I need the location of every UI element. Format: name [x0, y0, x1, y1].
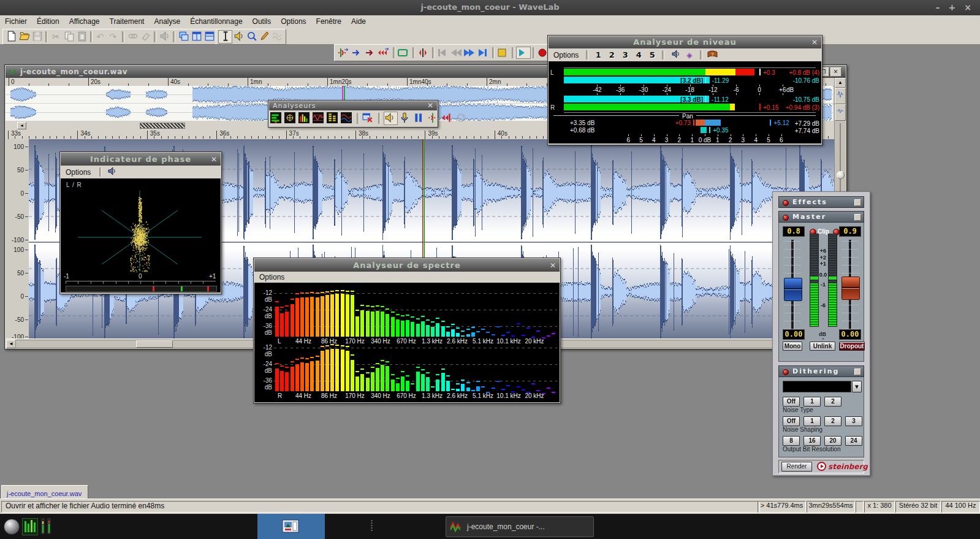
- menu-édition[interactable]: Édition: [32, 16, 64, 27]
- taskbar-mixer-icon[interactable]: [22, 518, 38, 535]
- dither-option-2[interactable]: 2: [824, 416, 841, 426]
- wave-compare-icon[interactable]: [341, 112, 354, 124]
- dither-option-16[interactable]: 16: [803, 436, 821, 446]
- microphone-icon[interactable]: [399, 112, 412, 124]
- menu-affichage[interactable]: Affichage: [64, 16, 105, 27]
- cut-icon[interactable]: ✂: [50, 31, 63, 43]
- cursor-tool-icon[interactable]: [218, 30, 232, 44]
- preset-button-1[interactable]: 1: [593, 50, 603, 59]
- undo-icon[interactable]: ↶: [94, 31, 107, 43]
- level-settings-icon[interactable]: ◈: [686, 51, 692, 59]
- preset-button-2[interactable]: 2: [607, 50, 617, 59]
- spectrum-close-icon[interactable]: ✕: [550, 261, 556, 270]
- vscroll-up-arrow[interactable]: ▲: [835, 78, 846, 88]
- close-windows-icon[interactable]: [362, 112, 375, 124]
- taskbar-task-button[interactable]: j-ecoute_mon_coeur -...: [446, 516, 594, 537]
- wave-tool-icon[interactable]: [271, 31, 284, 43]
- master-collapse-button[interactable]: [854, 214, 861, 221]
- copy-icon[interactable]: [63, 31, 75, 43]
- level-monitor-icon[interactable]: [672, 50, 682, 61]
- dithering-dropdown-arrow[interactable]: ▼: [852, 381, 862, 392]
- step-forward-icon[interactable]: [364, 47, 378, 58]
- play-button[interactable]: [516, 47, 531, 59]
- preset-button-4[interactable]: 4: [634, 50, 644, 59]
- master-panel-header[interactable]: Master: [778, 211, 864, 223]
- open-file-icon[interactable]: [18, 31, 31, 43]
- paste-icon[interactable]: [75, 31, 88, 43]
- step-back-icon[interactable]: [351, 47, 364, 58]
- dithering-collapse-button[interactable]: [854, 369, 861, 375]
- dither-option-3[interactable]: 3: [845, 416, 862, 426]
- render-button[interactable]: Render: [781, 462, 812, 472]
- preset-button-5[interactable]: 5: [647, 50, 657, 59]
- taskbar-active-app[interactable]: [257, 514, 325, 539]
- oscilloscope-icon[interactable]: [313, 112, 325, 124]
- play-marker-icon[interactable]: [427, 112, 440, 124]
- phase-monitor-icon[interactable]: [108, 167, 118, 178]
- master-fader-left[interactable]: [784, 278, 802, 301]
- hscroll-thumb[interactable]: [136, 340, 173, 348]
- dither-option-20[interactable]: 20: [824, 436, 841, 446]
- unlink-button[interactable]: Unlink: [810, 342, 835, 351]
- master-fader-right[interactable]: [841, 277, 860, 300]
- menu-échantillonnage[interactable]: Échantillonnage: [185, 16, 247, 27]
- menu-fichier[interactable]: Fichier: [0, 16, 32, 27]
- go-end-icon[interactable]: [477, 47, 490, 58]
- marker-seek-icon[interactable]: [378, 47, 391, 58]
- visible-range-indicator[interactable]: [140, 123, 185, 129]
- marker-play-icon[interactable]: [337, 47, 351, 58]
- dither-option-off[interactable]: Off: [783, 416, 800, 426]
- redo-icon[interactable]: ↷: [107, 31, 120, 43]
- dither-option-2[interactable]: 2: [824, 397, 841, 407]
- hscroll-left-arrow[interactable]: ◄: [6, 340, 16, 348]
- tile-vertical-icon[interactable]: [190, 31, 203, 43]
- effects-collapse-button[interactable]: [854, 199, 861, 206]
- tile-horizontal-icon[interactable]: [203, 31, 216, 43]
- zoom-slider-thumb[interactable]: [837, 171, 845, 179]
- erase-icon[interactable]: [139, 31, 152, 43]
- save-icon[interactable]: [31, 31, 44, 43]
- dither-option-1[interactable]: 1: [803, 397, 821, 407]
- phase-close-icon[interactable]: ✕: [211, 155, 218, 164]
- level-meter-icon[interactable]: [270, 112, 283, 124]
- new-file-icon[interactable]: [5, 31, 18, 43]
- pencil-tool-icon[interactable]: [258, 31, 271, 43]
- monitor-speaker-icon[interactable]: [384, 112, 398, 125]
- phase-options-menu[interactable]: Options: [66, 168, 91, 177]
- document-tab[interactable]: j-ecoute_mon_coeur.wav: [1, 485, 88, 500]
- dither-option-off[interactable]: Off: [783, 397, 800, 407]
- dithering-dropdown[interactable]: [783, 381, 851, 392]
- level-options-menu[interactable]: Options: [553, 51, 579, 59]
- vertical-zoom-button[interactable]: [835, 88, 846, 104]
- wave-close-button[interactable]: ✕: [830, 67, 841, 77]
- menu-options[interactable]: Options: [276, 16, 311, 27]
- cascade-windows-icon[interactable]: [177, 31, 190, 43]
- app-close-icon[interactable]: ×: [964, 2, 971, 13]
- menu-traitement[interactable]: Traitement: [105, 16, 150, 27]
- speaker-tool-icon[interactable]: [232, 31, 245, 43]
- mute-icon[interactable]: [158, 31, 171, 43]
- overview-scroll-left-arrow[interactable]: ◄: [17, 122, 26, 129]
- loop-icon[interactable]: [397, 47, 411, 58]
- palette-close-icon[interactable]: ✕: [427, 101, 434, 110]
- seek-marker-icon[interactable]: [441, 112, 454, 124]
- taskbar-meter-icon[interactable]: [40, 518, 54, 535]
- zoom-tool-icon[interactable]: [245, 31, 258, 43]
- app-minimize-icon[interactable]: –: [936, 2, 940, 13]
- dither-option-1[interactable]: 1: [803, 416, 821, 426]
- menu-fenêtre[interactable]: Fenêtre: [311, 16, 346, 27]
- rewind-icon[interactable]: [450, 47, 463, 58]
- link-icon[interactable]: [126, 31, 139, 43]
- level-close-icon[interactable]: ✕: [811, 38, 818, 47]
- menu-aide[interactable]: Aide: [346, 16, 371, 27]
- record-marker-icon[interactable]: [417, 47, 430, 58]
- level-help-icon[interactable]: ?: [707, 50, 718, 61]
- spectrum-icon[interactable]: [298, 112, 311, 124]
- vertical-zoom-button2[interactable]: [835, 104, 846, 121]
- pause-icon[interactable]: [413, 112, 426, 124]
- stop-button[interactable]: [496, 47, 510, 58]
- effects-panel-header[interactable]: Effects: [778, 196, 864, 208]
- mono-button[interactable]: Mono: [783, 342, 802, 351]
- dither-option-8[interactable]: 8: [783, 436, 800, 446]
- taskbar-orb-icon[interactable]: [4, 519, 20, 535]
